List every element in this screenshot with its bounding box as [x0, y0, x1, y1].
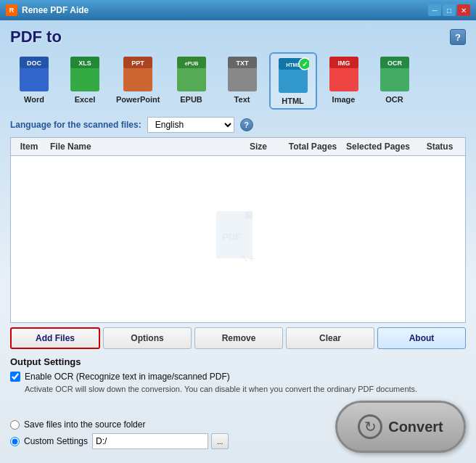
format-icon-ocr[interactable]: OCROCR: [371, 52, 419, 110]
format-icon-label-ocr: OCR: [385, 95, 403, 104]
col-header-total-pages: Total Pages: [284, 140, 342, 153]
svg-text:IMG: IMG: [337, 60, 350, 67]
language-select[interactable]: EnglishFrenchGermanSpanishChineseJapanes…: [147, 117, 234, 133]
minimize-button[interactable]: ─: [428, 4, 441, 16]
format-icon-img-image: IMG: [327, 55, 361, 93]
format-icon-word[interactable]: DOCWord: [10, 52, 58, 110]
format-icon-img-html: HTML✓: [276, 57, 310, 94]
remove-button[interactable]: Remove: [194, 327, 283, 349]
format-icon-powerpoint[interactable]: PPTPowerPoint: [112, 52, 165, 110]
format-icon-excel[interactable]: XLSExcel: [61, 52, 109, 110]
title-bar: R Renee PDF Aide ─ □ ✕: [0, 0, 476, 20]
svg-text:↖+: ↖+: [240, 253, 255, 264]
col-header-selected-pages: Selected Pages: [342, 140, 414, 153]
app-icon: R: [6, 4, 17, 16]
format-icon-label-excel: Excel: [75, 95, 96, 104]
header-area: PDF to ?: [10, 28, 466, 46]
format-icon-img-epub: eePUB: [175, 55, 208, 93]
convert-button[interactable]: ↻ Convert: [335, 401, 466, 453]
format-icon-img-ocr: OCR: [378, 55, 411, 93]
format-icon-label-image: Image: [332, 95, 356, 104]
action-buttons-row: Add Files Options Remove Clear About: [10, 327, 466, 349]
col-header-size: Size: [233, 140, 284, 153]
save-to-source-radio[interactable]: [10, 420, 20, 430]
svg-text:✓: ✓: [302, 60, 308, 68]
custom-settings-row: Custom Settings ...: [10, 433, 335, 449]
format-icon-label-word: Word: [24, 95, 44, 104]
file-list-header: ItemFile NameSizeTotal PagesSelected Pag…: [11, 138, 465, 156]
custom-settings-label: Custom Settings: [24, 436, 88, 446]
format-icon-text[interactable]: ✎TXTText: [218, 52, 266, 110]
add-files-button[interactable]: Add Files: [10, 327, 100, 349]
save-to-source-row: Save files into the source folder: [10, 419, 335, 430]
svg-rect-66: [245, 211, 253, 218]
browse-button[interactable]: ...: [211, 433, 229, 449]
ocr-checkbox[interactable]: [10, 372, 20, 382]
file-list-container: ItemFile NameSizeTotal PagesSelected Pag…: [10, 137, 466, 323]
file-list-body: PDF ↖+: [11, 156, 465, 322]
ocr-checkbox-label: Enable OCR (Recognize text in image/scan…: [25, 372, 230, 382]
pdf-watermark: PDF ↖+: [213, 210, 263, 268]
title-bar-controls: ─ □ ✕: [428, 4, 470, 16]
language-label: Language for the scanned files:: [10, 120, 141, 130]
page-title: PDF to: [10, 28, 62, 46]
title-bar-text: Renee PDF Aide: [22, 5, 428, 15]
col-header-status: Status: [414, 140, 465, 153]
col-header-item: Item: [11, 140, 47, 153]
clear-button[interactable]: Clear: [286, 327, 374, 349]
svg-text:ePUB: ePUB: [184, 61, 198, 66]
custom-settings-radio[interactable]: [10, 437, 20, 446]
close-button[interactable]: ✕: [457, 4, 470, 16]
ocr-note: Activate OCR will slow down the conversi…: [25, 384, 466, 395]
format-icon-label-epub: EPUB: [180, 95, 202, 104]
format-icons-row: DOCWordXLSExcelPPTPowerPointeePUBEPUB✎TX…: [10, 52, 466, 110]
save-to-source-label: Save files into the source folder: [24, 419, 145, 430]
output-path-section: Save files into the source folder Custom…: [10, 419, 335, 453]
custom-path-row: ...: [92, 433, 229, 449]
col-header-file-name: File Name: [47, 140, 233, 153]
svg-text:XLS: XLS: [78, 60, 91, 67]
help-button[interactable]: ?: [450, 29, 466, 45]
format-icon-img-text: ✎TXT: [226, 55, 259, 93]
convert-label: Convert: [388, 419, 443, 435]
format-icon-label-powerpoint: PowerPoint: [116, 95, 160, 104]
custom-path-input[interactable]: [92, 433, 208, 449]
svg-text:OCR: OCR: [387, 60, 403, 67]
format-icon-img-word: DOC: [17, 55, 51, 93]
ocr-checkbox-row: Enable OCR (Recognize text in image/scan…: [10, 372, 466, 382]
svg-text:TXT: TXT: [236, 60, 249, 67]
svg-text:PDF: PDF: [222, 232, 241, 242]
language-row: Language for the scanned files: EnglishF…: [10, 117, 466, 133]
main-window: PDF to ? DOCWordXLSExcelPPTPowerPointeeP…: [0, 20, 476, 463]
maximize-button[interactable]: □: [443, 4, 456, 16]
options-button[interactable]: Options: [103, 327, 192, 349]
about-button[interactable]: About: [377, 327, 466, 349]
format-icon-html[interactable]: HTML✓HTML: [269, 52, 317, 110]
output-settings-section: Output Settings Enable OCR (Recognize te…: [10, 356, 466, 453]
format-icon-label-text: Text: [234, 95, 250, 104]
format-icon-image[interactable]: IMGImage: [320, 52, 368, 110]
svg-text:PPT: PPT: [131, 60, 144, 67]
format-icon-img-excel: XLS: [68, 55, 102, 93]
convert-icon: ↻: [358, 414, 382, 439]
format-icon-label-html: HTML: [282, 97, 304, 105]
svg-text:DOC: DOC: [27, 60, 42, 67]
output-settings-title: Output Settings: [10, 356, 466, 367]
language-help-button[interactable]: ?: [240, 118, 253, 131]
format-icon-img-powerpoint: PPT: [121, 55, 155, 93]
format-icon-epub[interactable]: eePUBEPUB: [168, 52, 216, 110]
